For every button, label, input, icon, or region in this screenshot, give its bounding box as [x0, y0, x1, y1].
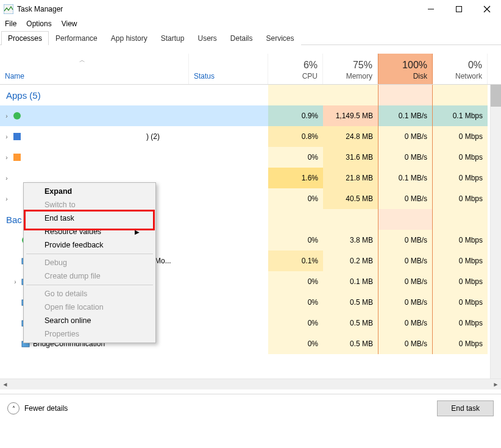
disk-value: 0 MB/s [378, 230, 433, 251]
network-value: 0 Mbps [433, 188, 488, 209]
fewer-details-button[interactable]: ˄ Fewer details [7, 402, 68, 414]
ctx-switch-to: Switch to [25, 198, 154, 212]
scroll-left-icon[interactable]: ◄ [0, 379, 10, 389]
disk-value: 0 MB/s [378, 313, 433, 333]
menu-options[interactable]: Options [26, 20, 51, 28]
cpu-value: 0% [268, 188, 323, 209]
memory-value: 0.1 MB [323, 271, 378, 292]
cpu-value: 0.9% [268, 105, 323, 126]
app-process-icon [12, 132, 22, 141]
network-value: 0 Mbps [433, 126, 488, 147]
app-process-icon [12, 152, 22, 162]
ctx-provide-feedback[interactable]: Provide feedback [25, 238, 154, 252]
context-menu: Expand Switch to End task Resource value… [23, 182, 156, 343]
col-status-label: Status [194, 72, 263, 80]
chevron-right-icon[interactable]: › [4, 113, 10, 119]
col-name[interactable]: Name [0, 54, 189, 84]
chevron-right-icon: ▶ [135, 229, 140, 235]
network-value: 0 Mbps [433, 147, 488, 168]
maximize-button[interactable] [445, 0, 473, 18]
ctx-end-task[interactable]: End task [25, 212, 154, 225]
network-value: 0 Mbps [433, 313, 488, 333]
col-disk-label: Disk [413, 72, 427, 80]
tabs: Processes Performance App history Startu… [0, 30, 501, 45]
minimize-button[interactable] [417, 0, 445, 18]
ctx-resource-values[interactable]: Resource values ▶ [25, 225, 154, 238]
sort-indicator-icon: ︿ [79, 56, 85, 65]
col-status[interactable]: Status [189, 54, 268, 84]
app-icon [4, 4, 13, 14]
tab-users[interactable]: Users [191, 31, 223, 45]
col-network-label: Network [455, 72, 482, 80]
process-name: Mo... [155, 257, 171, 265]
memory-value: 24.8 MB [323, 126, 378, 147]
col-memory-pct: 75% [353, 60, 372, 71]
group-apps[interactable]: Apps (5) [0, 85, 501, 105]
ctx-search-online[interactable]: Search online [25, 314, 154, 327]
cpu-value: 0.8% [268, 126, 323, 147]
ctx-resource-values-label: Resource values [44, 227, 101, 236]
separator [26, 254, 153, 254]
col-memory[interactable]: 75% Memory [323, 54, 378, 84]
col-disk[interactable]: 100% Disk [378, 54, 433, 84]
disk-value: 0.1 MB/s [378, 168, 433, 188]
network-value: 0 Mbps [433, 230, 488, 251]
menubar: File Options View [0, 18, 501, 30]
table-row[interactable]: › 0.9% 1,149.5 MB 0.1 MB/s 0.1 Mbps [0, 105, 501, 126]
tab-services[interactable]: Services [260, 31, 301, 45]
disk-value: 0 MB/s [378, 126, 433, 147]
ctx-go-details: Go to details [25, 287, 154, 300]
network-value: 0 Mbps [433, 292, 488, 313]
memory-value: 0.2 MB [323, 251, 378, 271]
table-row[interactable]: › 0% 31.6 MB 0 MB/s 0 Mbps [0, 147, 501, 168]
col-cpu-label: CPU [302, 72, 318, 80]
tab-details[interactable]: Details [224, 31, 260, 45]
close-button[interactable] [473, 0, 501, 18]
footer: ˄ Fewer details End task [0, 394, 501, 422]
cpu-value: 1.6% [268, 168, 323, 188]
menu-file[interactable]: File [5, 20, 16, 28]
scrollbar-thumb[interactable] [491, 85, 501, 107]
tab-performance[interactable]: Performance [49, 31, 104, 45]
menu-view[interactable]: View [62, 20, 77, 28]
col-memory-label: Memory [346, 72, 372, 80]
chevron-right-icon[interactable]: › [4, 154, 10, 161]
column-headers: ︿ Name Status 6% CPU 75% Memory 100% Dis… [0, 54, 501, 85]
ctx-properties: Properties [25, 327, 154, 341]
horizontal-scrollbar[interactable]: ◄ ► [0, 379, 501, 389]
col-network-pct: 0% [468, 60, 482, 71]
cpu-value: 0.1% [268, 251, 323, 271]
svg-rect-7 [13, 154, 21, 161]
chevron-right-icon[interactable]: › [12, 279, 18, 285]
tab-app-history[interactable]: App history [104, 31, 154, 45]
col-cpu-pct: 6% [304, 60, 318, 71]
col-disk-pct: 100% [402, 60, 427, 71]
chevron-up-icon: ˄ [7, 402, 20, 414]
ctx-open-location: Open file location [25, 300, 154, 314]
col-network[interactable]: 0% Network [433, 54, 488, 84]
cpu-value: 0% [268, 271, 323, 292]
memory-value: 1,149.5 MB [323, 105, 378, 126]
tab-startup[interactable]: Startup [154, 31, 191, 45]
vertical-scrollbar[interactable] [490, 85, 501, 389]
scroll-right-icon[interactable]: ► [491, 379, 501, 389]
chevron-right-icon[interactable]: › [4, 175, 10, 182]
ctx-debug: Debug [25, 256, 154, 269]
memory-value: 3.8 MB [323, 230, 378, 251]
network-value: 0 Mbps [433, 251, 488, 271]
cpu-value: 0% [268, 333, 323, 354]
ctx-create-dump: Create dump file [25, 269, 154, 283]
chevron-right-icon[interactable]: › [4, 196, 10, 202]
chevron-right-icon[interactable]: › [4, 133, 10, 140]
disk-value: 0.1 MB/s [378, 105, 433, 126]
svg-point-5 [13, 112, 21, 119]
table-row[interactable]: › ) (2) 0.8% 24.8 MB 0 MB/s 0 Mbps [0, 126, 501, 147]
col-cpu[interactable]: 6% CPU [268, 54, 323, 84]
network-value: 0 Mbps [433, 168, 488, 188]
process-grid: ︿ Name Status 6% CPU 75% Memory 100% Dis… [0, 45, 501, 394]
end-task-button[interactable]: End task [437, 400, 494, 416]
memory-value: 0.5 MB [323, 292, 378, 313]
group-apps-label: Apps (5) [0, 90, 189, 101]
tab-processes[interactable]: Processes [1, 31, 49, 45]
ctx-expand[interactable]: Expand [25, 185, 154, 198]
